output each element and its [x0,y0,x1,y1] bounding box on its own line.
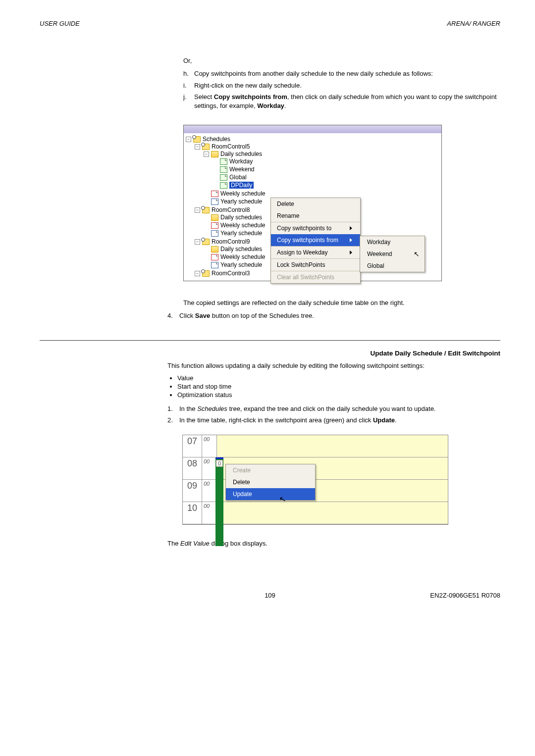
ctx-copy-to[interactable]: Copy switchpoints to [271,222,360,234]
ctx-delete[interactable]: Delete [271,198,360,210]
section2-intro: This function allows updating a daily sc… [167,362,500,369]
tree-leaf-yearly[interactable]: Yearly schedule [220,198,262,205]
tt-ctx-update[interactable]: Update [226,488,315,500]
timetable-context-menu: Create Delete Update [225,464,316,501]
clock-folder-icon [202,144,210,150]
expand-icon[interactable]: − [195,207,200,213]
tree-window: −Schedules −RoomControl5 −Daily schedule… [183,125,442,281]
timetable-min: 00 [202,435,217,457]
footer-page-number: 109 [139,592,401,599]
tree-leaf-workday[interactable]: Workday [229,158,253,165]
cursor-icon: ↖ [414,250,420,258]
list-marker-j: j. [183,93,194,110]
daily-icon [220,166,227,173]
timetable-hour-08: 08 [183,457,202,479]
clock-folder-icon [202,207,210,213]
titlebar [184,125,441,133]
folder-icon [211,214,218,221]
list-marker-4: 4. [167,311,179,320]
weekly-icon [211,222,218,229]
step-1b-text: In the Schedules tree, expand the tree a… [179,404,435,413]
tree-node-rc3[interactable]: RoomControl3 [212,270,250,277]
expand-icon[interactable]: − [195,144,200,150]
tree-leaf-rc8-yearly[interactable]: Yearly schedule [220,230,262,237]
tree-node-rc9-ds[interactable]: Daily schedules [220,246,262,252]
step-i-text: Right-click on the new daily schedule. [194,81,302,90]
tree-node-rc8-ds[interactable]: Daily schedules [220,214,262,221]
expand-icon[interactable]: − [186,137,191,142]
clock-folder-icon [202,239,210,245]
ctx-lock[interactable]: Lock SwitchPoints [271,259,360,271]
or-label: Or, [183,57,500,64]
list-marker-i: i. [183,81,194,90]
weekly-icon [211,191,218,197]
clock-folder-icon [193,136,201,143]
weekly-icon [211,254,218,260]
timetable-min: 00 [202,480,217,502]
tree-root-label[interactable]: Schedules [203,136,230,143]
context-menu: Delete Rename Copy switchpoints to Copy … [270,198,361,284]
timetable[interactable]: 07 00 08 00 09 00 10 [182,435,448,525]
yearly-icon [211,230,218,237]
timetable-min: 00 [202,457,217,479]
timetable-min: 00 [202,502,217,524]
header-right: ARENA/ RANGER [447,20,500,27]
footer-doc-id: EN2Z-0906GE51 R0708 [401,592,500,599]
switchpoint-bar[interactable]: 0 [215,457,223,546]
tt-ctx-create-disabled: Create [226,464,315,476]
copy-from-submenu: Workday Weekend ↖ Global [360,236,425,272]
clock-folder-icon [202,270,210,277]
tree-leaf-rc9-weekly[interactable]: Weekly schedule [220,253,266,260]
list-marker-2b: 2. [167,416,179,425]
tree-leaf-dpdaily-selected[interactable]: DPDaily [229,182,254,189]
step-2b-text: In the time table, right-click in the sw… [179,416,397,425]
step-4-text: Click Save button on top of the Schedule… [179,311,314,320]
bullet-time: Start and stop time [177,383,500,390]
expand-icon[interactable]: − [195,239,200,245]
tt-ctx-delete[interactable]: Delete [226,476,315,488]
yearly-icon [211,199,218,205]
submenu-workday[interactable]: Workday [360,236,425,248]
ctx-clear-disabled: Clear all SwitchPoints [271,271,360,283]
submenu-weekend[interactable]: Weekend ↖ [360,248,425,260]
tree-node-rc8[interactable]: RoomControl8 [212,206,250,213]
timetable-hour-10: 10 [183,502,202,524]
switchpoint-value: 0 [216,460,223,467]
tree-node-rc9[interactable]: RoomControl9 [212,238,250,245]
submenu-global[interactable]: Global [360,260,425,272]
expand-icon[interactable]: − [204,151,209,157]
tree-leaf-weekly[interactable]: Weekly schedule [220,190,266,197]
daily-icon [220,158,227,165]
tree-leaf-weekend[interactable]: Weekend [229,166,254,173]
chevron-right-icon [350,226,352,230]
yearly-icon [211,262,218,268]
chevron-right-icon [350,238,352,242]
daily-icon [220,174,227,181]
chevron-right-icon [350,251,352,254]
ctx-rename[interactable]: Rename [271,210,360,222]
expand-icon[interactable]: − [195,271,200,276]
copied-note: The copied settings are reflected on the… [183,299,500,306]
tree-leaf-global[interactable]: Global [229,174,247,181]
timetable-hour-07: 07 [183,435,202,457]
daily-icon [220,182,227,189]
folder-icon [211,246,218,252]
bullet-optimization: Optimization status [177,391,500,399]
list-marker-h: h. [183,69,194,78]
tree-leaf-rc8-weekly[interactable]: Weekly schedule [220,222,266,229]
list-marker-1b: 1. [167,404,179,413]
step-h-text: Copy switchpoints from another daily sch… [194,69,433,78]
bullet-value: Value [177,374,500,382]
tree-node-rc5-ds[interactable]: Daily schedules [220,151,262,157]
ctx-copy-from[interactable]: Copy switchpoints from [271,234,360,246]
folder-icon [211,151,218,157]
section-title: Update Daily Schedule / Edit Switchpoint [40,350,500,357]
tree-node-rc5[interactable]: RoomControl5 [212,143,250,150]
tree-leaf-rc9-yearly[interactable]: Yearly schedule [220,261,262,268]
step-j-text: Select Copy switchpoints from, then clic… [194,93,500,110]
timetable-hour-09: 09 [183,480,202,502]
ctx-assign-weekday[interactable]: Assign to Weekday [271,247,360,258]
header-left: USER GUIDE [40,20,80,27]
